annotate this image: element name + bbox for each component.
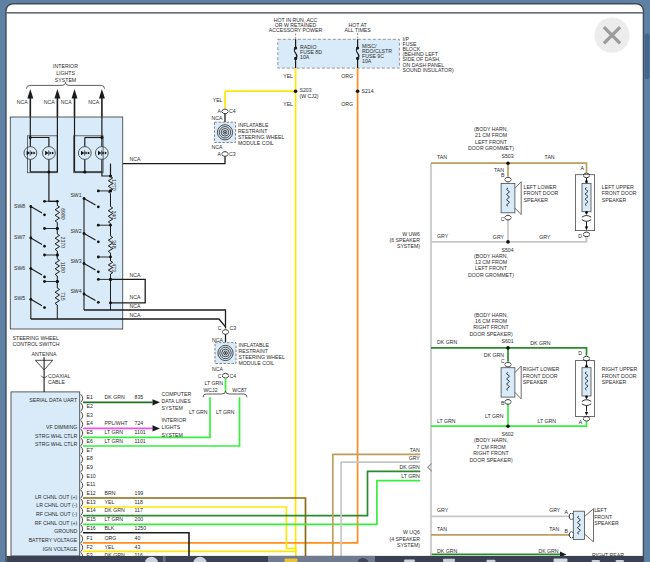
svg-text:VF DIMMING: VF DIMMING	[46, 424, 77, 430]
svg-text:DOOR GROMMET): DOOR GROMMET)	[468, 272, 514, 278]
svg-text:NCA: NCA	[130, 156, 141, 162]
svg-text:DK GRN: DK GRN	[105, 394, 125, 400]
svg-text:S601: S601	[501, 338, 513, 344]
svg-text:SERIAL DATA UART: SERIAL DATA UART	[29, 397, 78, 403]
svg-text:D: D	[578, 350, 582, 356]
svg-text:SW7: SW7	[14, 234, 25, 240]
svg-text:13 CM FROM: 13 CM FROM	[475, 259, 507, 265]
svg-text:DOOR GROMMET): DOOR GROMMET)	[468, 145, 514, 151]
svg-text:21 CM FROM: 21 CM FROM	[475, 132, 507, 138]
svg-text:COMPUTER: COMPUTER	[162, 391, 192, 397]
svg-text:ANTENNA: ANTENNA	[32, 351, 57, 357]
svg-text:LT GRN: LT GRN	[105, 429, 124, 435]
svg-text:STEERING WHEEL: STEERING WHEEL	[13, 335, 60, 341]
svg-text:16 CM FROM: 16 CM FROM	[475, 318, 507, 324]
svg-text:IGN VOLTAGE: IGN VOLTAGE	[43, 546, 78, 552]
svg-text:NCA: NCA	[130, 294, 141, 300]
svg-text:A: A	[218, 108, 222, 114]
svg-text:GRY: GRY	[539, 234, 551, 240]
svg-text:NCA: NCA	[44, 99, 55, 105]
svg-text:B: B	[565, 528, 569, 534]
svg-text:LR CHNL OUT (+): LR CHNL OUT (+)	[35, 494, 77, 500]
svg-text:SYSTEM: SYSTEM	[162, 405, 183, 411]
svg-text:TAN: TAN	[545, 154, 555, 160]
svg-text:715: 715	[60, 292, 66, 301]
svg-text:A: A	[565, 509, 569, 515]
svg-text:1270: 1270	[111, 179, 117, 191]
svg-text:STRG WHL CTLR: STRG WHL CTLR	[35, 433, 77, 439]
svg-text:TAN: TAN	[437, 526, 447, 532]
svg-text:7 CM FROM: 7 CM FROM	[476, 444, 505, 450]
svg-text:YEL: YEL	[213, 97, 223, 103]
svg-text:DK GRN: DK GRN	[437, 548, 457, 554]
svg-text:FRONT DOOR: FRONT DOOR	[523, 373, 558, 379]
svg-text:DK GRN: DK GRN	[530, 340, 550, 346]
svg-text:E12: E12	[87, 490, 96, 496]
svg-text:348: 348	[111, 240, 117, 249]
svg-text:GRY: GRY	[437, 233, 449, 239]
svg-text:BLK: BLK	[105, 525, 115, 531]
svg-text:NCA: NCA	[130, 303, 141, 309]
svg-text:TAN: TAN	[410, 447, 420, 453]
svg-text:INTERIOR: INTERIOR	[162, 417, 187, 423]
svg-text:NCA: NCA	[130, 272, 141, 278]
svg-text:CABLE: CABLE	[48, 379, 66, 385]
svg-text:E13: E13	[87, 499, 96, 505]
svg-text:LEFT UPPER: LEFT UPPER	[602, 184, 634, 190]
svg-text:1250: 1250	[135, 525, 147, 531]
svg-text:LT GRN: LT GRN	[537, 418, 556, 424]
svg-text:SW6: SW6	[14, 265, 25, 271]
svg-text:200: 200	[135, 516, 144, 522]
svg-text:SPEAKER: SPEAKER	[524, 197, 549, 203]
svg-text:E16: E16	[87, 525, 96, 531]
svg-text:GROUND: GROUND	[54, 528, 77, 534]
svg-text:W UQ6: W UQ6	[403, 529, 420, 535]
svg-text:A: A	[218, 151, 222, 157]
svg-text:BRN: BRN	[105, 490, 116, 496]
svg-text:E3: E3	[87, 412, 93, 418]
svg-text:SW8: SW8	[14, 203, 25, 209]
svg-text:473: 473	[111, 263, 117, 272]
svg-text:SW3: SW3	[70, 258, 81, 264]
svg-text:GRY: GRY	[409, 455, 421, 461]
svg-text:SYSTEM): SYSTEM)	[397, 243, 420, 249]
svg-text:B: B	[501, 172, 505, 178]
svg-text:E10: E10	[87, 473, 96, 479]
svg-text:E8: E8	[87, 455, 93, 461]
svg-text:FRONT DOOR: FRONT DOOR	[602, 373, 637, 379]
svg-text:A: A	[579, 419, 583, 425]
svg-text:(BODY HARN,: (BODY HARN,	[474, 253, 508, 259]
svg-text:ORG: ORG	[341, 101, 353, 107]
svg-text:(W CJ2): (W CJ2)	[300, 93, 319, 99]
svg-text:DK GRN: DK GRN	[437, 339, 457, 345]
svg-text:D: D	[578, 233, 582, 239]
svg-text:ALL TIMES: ALL TIMES	[344, 27, 371, 33]
svg-text:F1: F1	[87, 535, 93, 541]
svg-text:NCA: NCA	[17, 99, 28, 105]
svg-text:1101: 1101	[135, 429, 146, 435]
svg-text:LT GRN: LT GRN	[216, 409, 235, 415]
svg-text:E11: E11	[87, 481, 96, 487]
svg-text:10A: 10A	[362, 58, 372, 64]
svg-text:SPEAKER: SPEAKER	[602, 379, 627, 385]
svg-text:YEL: YEL	[283, 101, 293, 107]
svg-text:199: 199	[135, 490, 144, 496]
svg-text:ORG: ORG	[105, 535, 117, 541]
svg-text:724: 724	[135, 420, 144, 426]
svg-text:MODULE COIL: MODULE COIL	[238, 140, 274, 146]
svg-text:6980: 6980	[60, 208, 66, 220]
svg-text:SPEAKER: SPEAKER	[523, 379, 548, 385]
svg-text:(4 SPEAKER: (4 SPEAKER	[389, 536, 420, 542]
svg-text:SOUND INSULATOR): SOUND INSULATOR)	[403, 67, 454, 73]
svg-text:WC87: WC87	[232, 387, 247, 393]
svg-text:1101: 1101	[135, 438, 146, 444]
svg-text:LT GRN: LT GRN	[204, 380, 223, 386]
svg-text:GRY: GRY	[549, 507, 561, 513]
svg-text:SPEAKER: SPEAKER	[602, 197, 627, 203]
svg-text:(BODY HARN,: (BODY HARN,	[474, 312, 508, 318]
svg-text:43: 43	[135, 544, 141, 550]
svg-text:MODULE COIL: MODULE COIL	[239, 360, 275, 366]
svg-text:NCA: NCA	[88, 99, 99, 105]
svg-text:SW5: SW5	[14, 295, 25, 301]
svg-text:LEFT FRONT: LEFT FRONT	[475, 139, 508, 145]
